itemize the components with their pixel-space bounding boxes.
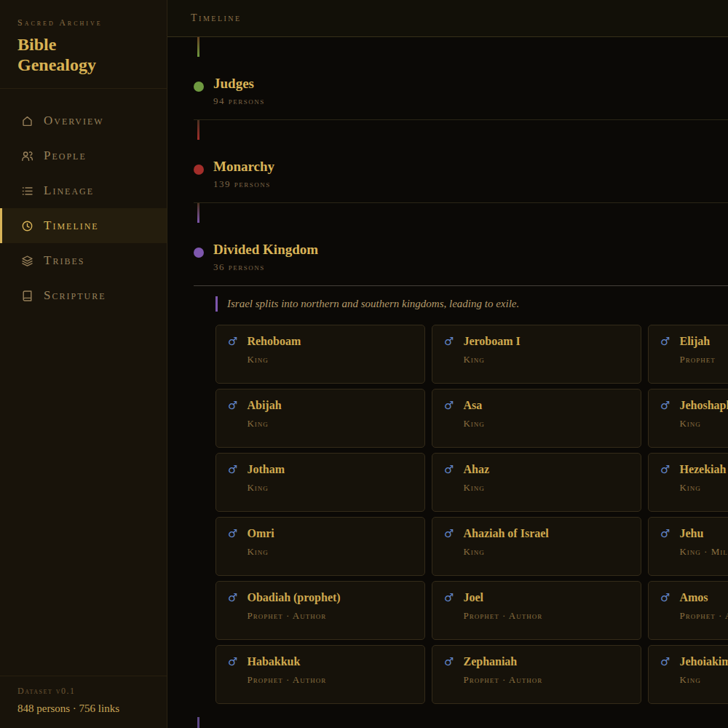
person-card[interactable]: ♂ Rehoboam King (215, 325, 425, 384)
person-name: Jehoiakim (679, 655, 728, 668)
sidebar: Sacred Archive Bible Genealogy Overview … (0, 0, 167, 728)
clock-icon (21, 220, 33, 232)
person-card[interactable]: ♂ Jeroboam I King (432, 325, 641, 384)
era-title: Divided Kingdom (213, 242, 318, 258)
page-title: Timeline (191, 12, 242, 24)
male-icon: ♂ (660, 400, 670, 411)
person-name: Joel (463, 591, 542, 604)
list-icon (21, 185, 33, 197)
topbar: Timeline (167, 0, 728, 37)
person-name: Hezekiah (679, 463, 726, 476)
era-count: 36 persons (213, 261, 318, 273)
app-title: Bible Genealogy (17, 35, 112, 75)
male-icon: ♂ (228, 657, 237, 668)
person-card[interactable]: ♂ Jehoiakim King (648, 645, 728, 704)
person-role: King (679, 482, 726, 494)
sidebar-item-label: Overview (44, 114, 104, 128)
person-role: Prophet · Author (247, 610, 340, 622)
person-card[interactable]: ♂ Asa King (432, 389, 641, 448)
person-name: Zephaniah (463, 655, 542, 668)
person-role: King (679, 418, 728, 430)
person-card[interactable]: ♂ Ahaz King (432, 453, 641, 512)
era-description: Israel splits into northern and southern… (215, 296, 728, 312)
era-divider (194, 119, 728, 120)
sidebar-item-label: Timeline (44, 218, 99, 233)
male-icon: ♂ (660, 593, 670, 604)
sidebar-header: Sacred Archive Bible Genealogy (0, 0, 167, 89)
person-card[interactable]: ♂ Jotham King (215, 453, 425, 512)
person-role: Prophet · Author (463, 674, 542, 686)
person-card[interactable]: ♂ Obadiah (prophet) Prophet · Author (215, 581, 425, 640)
person-role: King (463, 418, 484, 430)
sidebar-item-tribes[interactable]: Tribes (0, 243, 167, 278)
person-card[interactable]: ♂ Hezekiah King (648, 453, 728, 512)
person-name: Rehoboam (247, 335, 301, 348)
era-connector-judges (197, 37, 199, 57)
person-role: Prophet · Author (463, 610, 542, 622)
male-icon: ♂ (444, 400, 454, 411)
dataset-stats: 848 persons · 756 links (17, 703, 149, 715)
person-name: Jotham (247, 463, 285, 476)
book-icon (21, 290, 33, 302)
person-name: Amos (679, 591, 728, 604)
male-icon: ♂ (444, 336, 454, 347)
person-name: Ahaz (463, 463, 489, 476)
person-role: King (247, 354, 301, 365)
era-dot-monarchy (194, 165, 204, 175)
person-role: King (247, 546, 274, 558)
description-text: Israel splits into northern and southern… (227, 298, 519, 310)
person-name: Jehoshaphat (679, 399, 728, 412)
sidebar-footer: Dataset v0.1 848 persons · 756 links (0, 676, 167, 728)
person-role: King · Milit (679, 546, 728, 558)
sidebar-item-scripture[interactable]: Scripture (0, 278, 167, 313)
sidebar-item-overview[interactable]: Overview (0, 103, 167, 138)
person-card[interactable]: ♂ Abijah King (215, 389, 425, 448)
era-divider-expanded (194, 285, 728, 286)
male-icon: ♂ (228, 464, 237, 475)
male-icon: ♂ (660, 529, 670, 539)
era-title: Judges (213, 76, 265, 92)
era-header-monarchy[interactable]: Monarchy 139 persons (194, 159, 728, 190)
sidebar-item-lineage[interactable]: Lineage (0, 173, 167, 208)
sidebar-item-label: Lineage (44, 183, 94, 198)
person-card[interactable]: ♂ Jehoshaphat King (648, 389, 728, 448)
era-connector-monarchy (197, 120, 199, 140)
era-header-judges[interactable]: Judges 94 persons (194, 76, 728, 107)
person-name: Jehu (679, 527, 728, 540)
person-name: Obadiah (prophet) (247, 591, 340, 604)
person-role: King (679, 674, 728, 686)
person-role: Prophet · A (679, 610, 728, 622)
person-card[interactable]: ♂ Amos Prophet · A (648, 581, 728, 640)
era-dot-judges (194, 82, 204, 92)
sidebar-item-timeline[interactable]: Timeline (0, 208, 167, 243)
era-divider (194, 202, 728, 203)
era-header-divided-kingdom[interactable]: Divided Kingdom 36 persons (194, 242, 728, 273)
person-role: Prophet (679, 354, 715, 365)
person-role: King (247, 482, 285, 494)
dataset-version: Dataset v0.1 (17, 686, 149, 697)
person-grid: ♂ Rehoboam King ♂ Jeroboam I King ♂ Elij… (215, 325, 728, 704)
era-title: Monarchy (213, 159, 274, 175)
era-connector-next (197, 717, 199, 728)
person-name: Jeroboam I (463, 335, 520, 348)
person-card[interactable]: ♂ Elijah Prophet (648, 325, 728, 384)
male-icon: ♂ (660, 336, 670, 347)
person-card[interactable]: ♂ Zephaniah Prophet · Author (432, 645, 641, 704)
era-connector-divided-kingdom (197, 203, 199, 223)
person-role: King (463, 354, 520, 365)
person-card[interactable]: ♂ Ahaziah of Israel King (432, 517, 641, 576)
era-count: 139 persons (213, 178, 274, 190)
sidebar-item-label: People (44, 149, 87, 163)
person-card[interactable]: ♂ Habakkuk Prophet · Author (215, 645, 425, 704)
person-name: Ahaziah of Israel (463, 527, 548, 540)
person-card[interactable]: ♂ Omri King (215, 517, 425, 576)
sidebar-item-people[interactable]: People (0, 138, 167, 173)
era-count: 94 persons (213, 95, 265, 107)
male-icon: ♂ (228, 400, 237, 411)
main-area: Timeline Judges 94 persons Monarchy 139 … (167, 0, 728, 728)
description-accent-bar (215, 296, 218, 312)
person-card[interactable]: ♂ Jehu King · Milit (648, 517, 728, 576)
person-card[interactable]: ♂ Joel Prophet · Author (432, 581, 641, 640)
person-name: Asa (463, 399, 484, 412)
male-icon: ♂ (228, 529, 237, 539)
